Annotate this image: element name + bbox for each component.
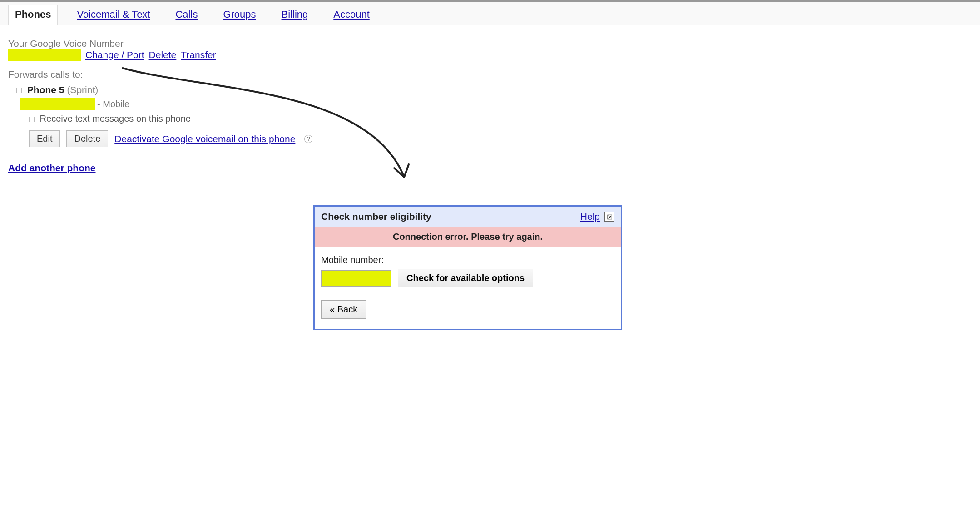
change-port-link[interactable]: Change / Port: [85, 50, 144, 60]
delete-phone-button[interactable]: Delete: [66, 130, 108, 147]
tab-account[interactable]: Account: [327, 5, 376, 25]
phone-number-redacted: [20, 98, 95, 110]
edit-phone-button[interactable]: Edit: [29, 130, 60, 147]
voice-number-redacted: [8, 49, 81, 61]
phones-content: Your Google Voice Number Change / Port D…: [0, 25, 980, 186]
phone-name: Phone 5: [27, 84, 64, 95]
add-another-phone-link[interactable]: Add another phone: [8, 163, 96, 173]
tab-groups[interactable]: Groups: [217, 5, 262, 25]
phone-enable-checkbox[interactable]: [16, 88, 22, 93]
tab-voicemail-text[interactable]: Voicemail & Text: [70, 5, 156, 25]
phone-carrier: (Sprint): [67, 84, 98, 95]
forwards-label: Forwards calls to:: [8, 69, 972, 80]
forwarding-phone-entry: Phone 5 (Sprint) - Mobile Receive text m…: [16, 84, 972, 147]
receive-sms-label: Receive text messages on this phone: [40, 114, 191, 124]
tab-calls[interactable]: Calls: [169, 5, 204, 25]
transfer-number-link[interactable]: Transfer: [181, 50, 216, 60]
tab-billing[interactable]: Billing: [275, 5, 315, 25]
voice-number-label: Your Google Voice Number: [8, 38, 972, 49]
deactivate-voicemail-link[interactable]: Deactivate Google voicemail on this phon…: [114, 134, 295, 144]
tab-phones[interactable]: Phones: [8, 5, 58, 25]
settings-tabs: Phones Voicemail & Text Calls Groups Bil…: [0, 2, 980, 25]
delete-number-link[interactable]: Delete: [149, 50, 177, 60]
receive-sms-checkbox[interactable]: [29, 117, 35, 122]
phone-type-label: - Mobile: [97, 99, 129, 109]
help-icon[interactable]: ?: [304, 135, 312, 143]
